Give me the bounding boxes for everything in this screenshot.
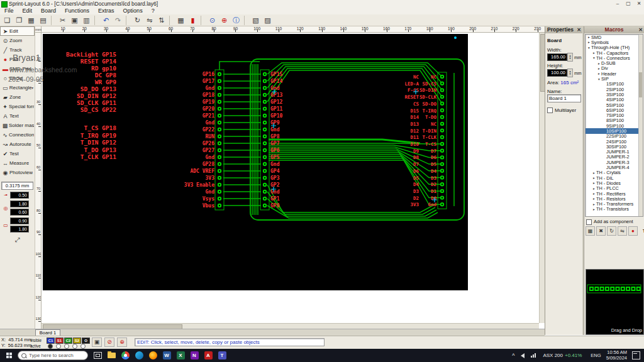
pin-label[interactable]: D8	[413, 155, 419, 160]
signal-label[interactable]: SD_DIN GP12	[77, 92, 116, 99]
signal-label[interactable]: WR GP9	[95, 79, 117, 85]
pin-label[interactable]: 3V3	[410, 202, 419, 207]
toolbar-undo[interactable]: ↶	[100, 14, 112, 26]
pin-label[interactable]: SD-CS	[422, 81, 436, 87]
pin-label[interactable]: D5	[431, 162, 436, 167]
layer-visible-c2[interactable]: C2	[64, 337, 72, 344]
board-canvas[interactable]: BackLight GP15RESET GP14RD gp10DC GP8WR …	[43, 34, 468, 290]
pin-label[interactable]: D4	[413, 182, 419, 187]
pin-label[interactable]: SD-CLK	[419, 94, 437, 100]
layer-active-s2[interactable]	[72, 344, 77, 349]
pin-label[interactable]: SD-DO	[422, 101, 436, 107]
pin-label[interactable]: GP9	[270, 120, 280, 126]
language-indicator[interactable]: ENG	[591, 353, 601, 358]
toolbar-paste[interactable]: ▥	[80, 14, 92, 26]
menu-board[interactable]: Board	[36, 8, 60, 14]
pin-label[interactable]: Gnd	[270, 127, 280, 133]
macro-tree-scrollbar-thumb[interactable]	[639, 72, 642, 97]
pin-label[interactable]: GP12	[270, 99, 282, 105]
macro-tool-delete-macro[interactable]: ✖	[596, 226, 606, 236]
pin-label[interactable]: D14	[410, 114, 419, 120]
smd-size-row[interactable]: ▭ 0.90 1.80	[1, 217, 33, 233]
pad-size-row[interactable]: ◎ 1.80 0.60	[1, 200, 33, 216]
pin-label[interactable]: D3	[413, 189, 419, 194]
pin-label[interactable]: T-DO	[425, 114, 437, 120]
signal-label[interactable]: T_CLK GP11	[80, 153, 116, 160]
pin-label[interactable]: Gnd	[206, 155, 215, 160]
pin-label[interactable]: D10	[410, 141, 419, 147]
pin-label[interactable]: 3V3	[206, 175, 215, 181]
grid-value-box[interactable]: 0.3175 mm	[1, 182, 33, 190]
signal-label[interactable]: T_DIN GP12	[80, 139, 116, 146]
pin-label[interactable]: GP10	[270, 113, 282, 119]
signal-label[interactable]: T_DO GP13	[84, 146, 117, 153]
pin-label[interactable]: GP19	[203, 99, 214, 105]
signal-label[interactable]: SD_DO GP13	[80, 85, 116, 92]
signal-label[interactable]: DC GP8	[95, 72, 117, 79]
pin-label[interactable]: GP26	[203, 141, 214, 146]
width-input[interactable]: 165.00	[547, 53, 567, 61]
pin-label[interactable]: NC	[431, 121, 436, 127]
signal-label[interactable]: SD_CLK GP11	[77, 99, 116, 106]
pin-label[interactable]: SD-DIN	[419, 87, 437, 93]
width-spinner[interactable]: ▲▼	[567, 53, 573, 62]
multilayer-row[interactable]: Multilayer	[547, 107, 576, 113]
pin-label[interactable]: D7	[431, 148, 436, 154]
tool-zoom[interactable]: ⊙Zoom	[0, 36, 35, 45]
menu-options[interactable]: Options	[119, 8, 147, 14]
pin-label[interactable]: 3V3 Enable	[184, 182, 214, 188]
pin-label[interactable]: NC	[431, 74, 436, 80]
toolbar-redo[interactable]: ↷	[112, 14, 124, 26]
menu-file[interactable]: File	[0, 8, 18, 14]
pin-label[interactable]: GP7	[270, 141, 280, 146]
taskbar-app-pdf-reader[interactable]: A	[201, 349, 215, 362]
pin-label[interactable]: F-CS	[408, 87, 419, 93]
taskbar-app-edge[interactable]	[132, 349, 146, 362]
board-name-input[interactable]: Board 1	[547, 94, 581, 102]
pin-label[interactable]: D11	[410, 134, 419, 140]
mid-header[interactable]	[260, 70, 269, 210]
pin-label[interactable]: Gnd	[206, 85, 215, 91]
trace-wide[interactable]	[269, 140, 420, 143]
pin-label[interactable]: D2	[413, 195, 419, 201]
pin-label[interactable]: T-CS	[425, 141, 437, 147]
toolbar-snap-grid[interactable]: ▦	[175, 14, 187, 26]
left-header[interactable]	[215, 70, 224, 210]
tool-solder-mask[interactable]: ▩Solder mask	[0, 121, 35, 130]
properties-close-icon[interactable]: ✕	[577, 26, 581, 33]
pin-label[interactable]: Gnd	[428, 202, 436, 207]
notification-center-icon[interactable]	[632, 351, 640, 359]
toolbar-mirror-vertical[interactable]: ⇅	[155, 14, 167, 26]
toolbar-mirror-horizontal[interactable]: ⇋	[143, 14, 155, 26]
pin-label[interactable]: GP11	[270, 106, 282, 112]
start-button[interactable]	[0, 349, 18, 362]
toolbar-photoview[interactable]: ▧	[250, 14, 262, 26]
toolbar-zoom[interactable]: ⊙	[206, 14, 218, 26]
tool-zone[interactable]: ▰Zone	[0, 92, 35, 102]
pin-label[interactable]: D1	[431, 189, 437, 194]
pin-label[interactable]: GP8	[270, 134, 280, 140]
stock-ticker[interactable]: ASX 200+0.41%	[543, 353, 582, 358]
toolbar-cut[interactable]: ✂	[57, 14, 69, 26]
pin-label[interactable]: RESET	[404, 94, 419, 100]
network-icon[interactable]	[531, 353, 536, 358]
layer-active-c2[interactable]	[64, 344, 69, 349]
tool-measure[interactable]: ↔Measure	[0, 158, 35, 168]
toolbar-print[interactable]: ▤	[37, 14, 49, 26]
tool-connections[interactable]: ∿Connections	[0, 130, 35, 140]
pin-label[interactable]: T-IRQ	[422, 108, 436, 114]
pin-label[interactable]: D7	[413, 162, 419, 167]
toolbar-options[interactable]: ▨	[262, 14, 274, 26]
pin-label[interactable]: Gnd	[206, 189, 215, 195]
pin-label[interactable]: GP18	[203, 92, 214, 98]
taskbar-app-word[interactable]: W	[160, 349, 174, 362]
taskbar-app-teams[interactable]: T	[215, 349, 229, 362]
swap-size-icon[interactable]: ⤢	[0, 236, 35, 244]
pin-label[interactable]: Gnd	[270, 85, 280, 91]
pin-label[interactable]: D4	[431, 168, 437, 174]
pin-label[interactable]: GP27	[203, 148, 214, 153]
trace[interactable]	[267, 185, 434, 212]
pin-label[interactable]: T-DIN	[422, 128, 436, 134]
pin-label[interactable]: RUN	[206, 134, 215, 140]
pin-label[interactable]: D13	[410, 121, 419, 127]
